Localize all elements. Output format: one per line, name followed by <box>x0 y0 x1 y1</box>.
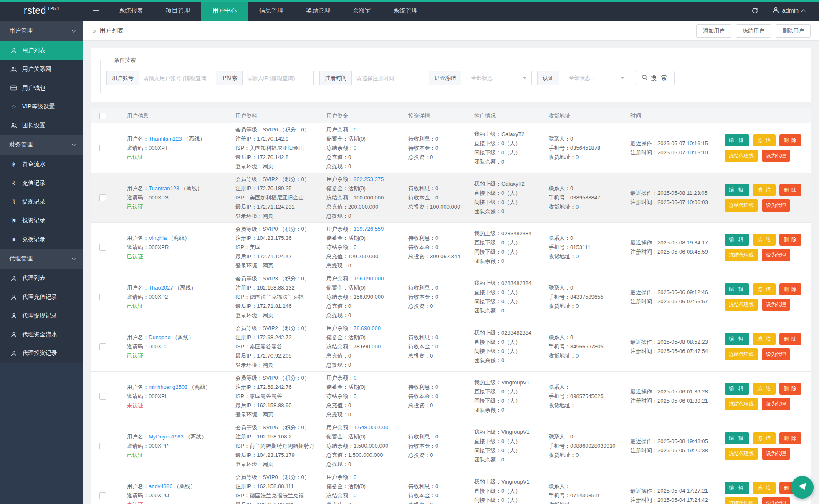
username-link[interactable]: minhhoang2503 <box>149 384 187 390</box>
username-link[interactable]: MyDuyen1983 <box>149 433 184 440</box>
sidebar-item[interactable]: 用户列表 <box>0 41 83 60</box>
page-action-button[interactable]: 添加用户 <box>696 24 731 38</box>
topnav-item[interactable]: 信息管理 <box>248 0 295 21</box>
sidebar-item[interactable]: 代理投资记录 <box>0 344 83 363</box>
search-input[interactable] <box>351 71 423 85</box>
sidebar-group[interactable]: 代理管理 <box>0 249 83 269</box>
select-all-checkbox[interactable] <box>99 113 106 119</box>
row-checkbox[interactable] <box>99 443 106 449</box>
status-select[interactable]: -- 全部状态 -- <box>559 71 629 85</box>
sidebar-toggle-icon[interactable]: ☰ <box>83 0 108 21</box>
row-checkbox[interactable] <box>99 393 106 400</box>
topnav-item[interactable]: 余额宝 <box>341 0 382 21</box>
edit-button[interactable]: 编 辑 <box>725 134 749 146</box>
sidebar-group[interactable]: 用户管理 <box>0 21 83 41</box>
search-input[interactable] <box>139 71 210 85</box>
freeze-agent-line-button[interactable]: 冻结代理线 <box>725 249 758 261</box>
set-agent-button[interactable]: 设为代理 <box>762 348 790 360</box>
username-link[interactable]: andy4386 <box>149 483 172 489</box>
freeze-agent-line-button[interactable]: 冻结代理线 <box>725 448 758 460</box>
set-agent-button[interactable]: 设为代理 <box>762 398 790 410</box>
sidebar-item[interactable]: 团长设置 <box>0 116 83 135</box>
delete-button[interactable]: 删 除 <box>779 134 801 146</box>
search-input[interactable] <box>242 71 314 85</box>
topnav-item[interactable]: 系统报表 <box>108 0 154 21</box>
row-checkbox[interactable] <box>99 145 106 151</box>
search-button[interactable]: 搜 索 <box>635 71 675 85</box>
sidebar-item[interactable]: 用户钱包 <box>0 78 83 97</box>
sidebar-item[interactable]: 代理提现记录 <box>0 306 83 325</box>
admin-menu[interactable]: admin <box>773 7 805 14</box>
sidebar-item[interactable]: ฿ 资金流水 <box>0 155 83 174</box>
sidebar-item[interactable]: 代理充值记录 <box>0 287 83 306</box>
status-select[interactable]: -- 全部状态 -- <box>461 71 532 85</box>
row-checkbox[interactable] <box>99 194 106 201</box>
balance-value[interactable]: 78.690.000 <box>354 325 381 331</box>
topnav-item[interactable]: 奖励管理 <box>295 0 341 21</box>
delete-button[interactable]: 删 除 <box>779 383 801 395</box>
freeze-button[interactable]: 冻 结 <box>753 234 775 246</box>
customer-service-button[interactable] <box>791 476 814 499</box>
page-action-button[interactable]: 冻结用户 <box>736 24 771 38</box>
sidebar-item[interactable]: 代理列表 <box>0 269 83 287</box>
edit-button[interactable]: 编 辑 <box>725 432 749 444</box>
username-link[interactable]: Dungdao <box>149 334 171 340</box>
row-checkbox[interactable] <box>99 244 106 251</box>
username-link[interactable]: Thanhlam123 <box>149 136 182 142</box>
freeze-agent-line-button[interactable]: 冻结代理线 <box>725 299 758 311</box>
set-agent-button[interactable]: 设为代理 <box>762 150 790 162</box>
freeze-button[interactable]: 冻 结 <box>753 482 775 494</box>
sidebar-item[interactable]: ₹ 充值记录 <box>0 174 83 192</box>
topnav-item[interactable]: 项目管理 <box>154 0 201 21</box>
sidebar-item[interactable]: ≡ 兑换记录 <box>0 230 83 249</box>
delete-button[interactable]: 删 除 <box>779 234 801 246</box>
freeze-agent-line-button[interactable]: 冻结代理线 <box>725 199 758 212</box>
freeze-button[interactable]: 冻 结 <box>753 383 775 395</box>
freeze-button[interactable]: 冻 结 <box>753 134 775 146</box>
sidebar-item[interactable]: ₹ 提现记录 <box>0 192 83 211</box>
edit-button[interactable]: 编 辑 <box>725 383 749 395</box>
freeze-agent-line-button[interactable]: 冻结代理线 <box>725 150 758 162</box>
row-checkbox[interactable] <box>99 294 106 300</box>
freeze-button[interactable]: 冻 结 <box>753 333 775 345</box>
topnav-item[interactable]: 系统管理 <box>382 0 429 21</box>
sidebar-group[interactable]: 财务管理 <box>0 135 83 155</box>
balance-value[interactable]: 1.648.000.000 <box>354 424 388 431</box>
edit-button[interactable]: 编 辑 <box>725 184 749 196</box>
balance-value[interactable]: 0 <box>354 474 356 480</box>
refresh-icon[interactable] <box>751 7 758 14</box>
edit-button[interactable]: 编 辑 <box>725 333 749 345</box>
set-agent-button[interactable]: 设为代理 <box>762 299 790 311</box>
topnav-item[interactable]: 用户中心 <box>201 0 248 21</box>
balance-value[interactable]: 202.253.375 <box>354 176 384 182</box>
delete-button[interactable]: 删 除 <box>779 283 801 295</box>
freeze-agent-line-button[interactable]: 冻结代理线 <box>725 348 758 360</box>
delete-button[interactable]: 删 除 <box>779 432 801 444</box>
edit-button[interactable]: 编 辑 <box>725 482 749 494</box>
balance-value[interactable]: 0 <box>354 375 356 381</box>
row-checkbox[interactable] <box>99 343 106 350</box>
sidebar-item[interactable]: 用户关系网 <box>0 60 83 78</box>
username-link[interactable]: Thao2027 <box>149 285 173 291</box>
freeze-agent-line-button[interactable]: 冻结代理线 <box>725 398 758 410</box>
edit-button[interactable]: 编 辑 <box>725 283 749 295</box>
sidebar-item[interactable]: 代理资金流水 <box>0 325 83 344</box>
set-agent-button[interactable]: 设为代理 <box>762 199 790 212</box>
set-agent-button[interactable]: 设为代理 <box>762 448 790 460</box>
freeze-button[interactable]: 冻 结 <box>753 432 775 444</box>
row-checkbox[interactable] <box>99 492 106 499</box>
username-link[interactable]: Vinghia <box>149 235 167 241</box>
edit-button[interactable]: 编 辑 <box>725 234 749 246</box>
set-agent-button[interactable]: 设为代理 <box>762 249 790 261</box>
username-link[interactable]: Tuantran123 <box>149 185 179 192</box>
balance-value[interactable]: 139.726.559 <box>354 226 384 232</box>
sidebar-item[interactable]: ☆ VIP等级设置 <box>0 97 83 116</box>
delete-button[interactable]: 删 除 <box>779 184 801 196</box>
freeze-button[interactable]: 冻 结 <box>753 283 775 295</box>
freeze-button[interactable]: 冻 结 <box>753 184 775 196</box>
delete-button[interactable]: 删 除 <box>779 333 801 345</box>
balance-value[interactable]: 0 <box>354 126 356 133</box>
set-agent-button[interactable]: 设为代理 <box>762 497 790 504</box>
sidebar-item[interactable]: ⚑ 投资记录 <box>0 211 83 230</box>
balance-value[interactable]: 156.090.000 <box>354 275 384 282</box>
